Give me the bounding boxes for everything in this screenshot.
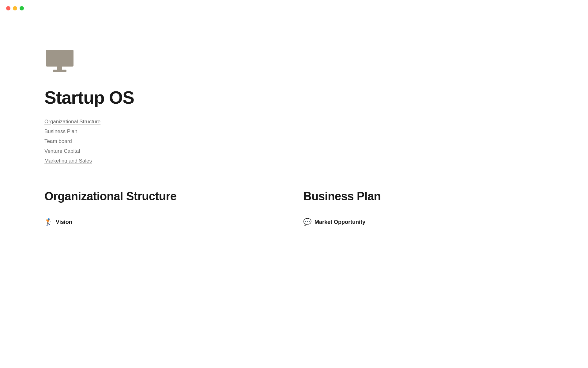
market-opportunity-emoji: 💬 <box>303 218 311 226</box>
section-org-structure-title: Organizational Structure <box>44 190 285 203</box>
svg-rect-0 <box>46 50 74 67</box>
section-item-vision: 🏌️ Vision <box>44 216 285 228</box>
minimize-button[interactable] <box>13 6 17 10</box>
sections-grid: Organizational Structure 🏌️ Vision Busin… <box>44 190 544 228</box>
vision-link[interactable]: Vision <box>56 219 72 225</box>
section-business-plan-title: Business Plan <box>303 190 544 203</box>
market-opportunity-link[interactable]: Market Opportunity <box>315 219 365 225</box>
section-item-market-opportunity: 💬 Market Opportunity <box>303 216 544 228</box>
nav-link-org-structure[interactable]: Organizational Structure <box>44 117 100 126</box>
window-controls <box>6 6 24 10</box>
nav-links: Organizational Structure Business Plan T… <box>44 117 544 165</box>
vision-emoji: 🏌️ <box>44 218 53 226</box>
nav-link-business-plan[interactable]: Business Plan <box>44 127 77 136</box>
close-button[interactable] <box>6 6 10 10</box>
page-title: Startup OS <box>44 87 544 108</box>
page-icon <box>44 49 544 75</box>
nav-link-team-board[interactable]: Team board <box>44 137 72 146</box>
nav-link-venture-capital[interactable]: Venture Capital <box>44 147 80 155</box>
section-org-structure-divider <box>44 208 285 208</box>
maximize-button[interactable] <box>20 6 24 10</box>
section-business-plan: Business Plan 💬 Market Opportunity <box>303 190 544 228</box>
main-content: Startup OS Organizational Structure Busi… <box>0 0 588 253</box>
section-org-structure: Organizational Structure 🏌️ Vision <box>44 190 285 228</box>
monitor-icon <box>44 49 75 74</box>
svg-rect-2 <box>53 70 66 72</box>
section-business-plan-divider <box>303 208 544 208</box>
nav-link-marketing-sales[interactable]: Marketing and Sales <box>44 157 92 165</box>
